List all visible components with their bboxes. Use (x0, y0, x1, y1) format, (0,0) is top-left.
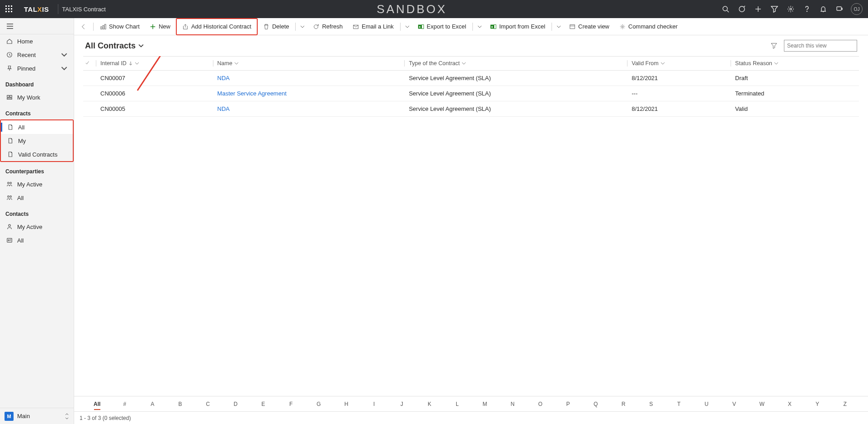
sidebar-item-my-active-contacts[interactable]: My Active (0, 220, 74, 233)
table-row[interactable]: CN00005NDAService Level Agreement (SLA)8… (83, 101, 859, 117)
filter-icon[interactable] (767, 0, 782, 18)
col-internal-id[interactable]: Internal ID (96, 57, 213, 71)
sidebar-item-pinned[interactable]: Pinned (0, 62, 74, 75)
alpha-key[interactable]: K (415, 401, 443, 407)
alpha-key[interactable]: H (333, 401, 360, 407)
svg-rect-6 (5, 11, 7, 12)
bell-icon[interactable] (816, 0, 831, 18)
col-label: Valid From (632, 60, 659, 67)
button-label: Show Chart (109, 23, 140, 30)
sidebar-item-all[interactable]: All (1, 120, 73, 134)
col-valid-from[interactable]: Valid From (627, 57, 731, 71)
sidebar-item-all-contacts[interactable]: All (0, 233, 74, 247)
logo-suffix: IS (42, 5, 49, 13)
alpha-key[interactable]: T (665, 401, 693, 407)
sidebar-item-recent[interactable]: Recent (0, 48, 74, 62)
button-label: Email a Link (362, 23, 394, 30)
alpha-key[interactable]: O (527, 401, 554, 407)
row-selector[interactable] (83, 101, 96, 117)
row-selector[interactable] (83, 86, 96, 101)
alpha-key[interactable]: M (471, 401, 499, 407)
cell-name-link[interactable]: NDA (213, 71, 405, 86)
sidebar-item-label: Valid Contracts (18, 151, 57, 158)
cell-name-link[interactable]: NDA (213, 101, 405, 117)
svg-rect-7 (8, 11, 9, 12)
alpha-key[interactable]: J (388, 401, 415, 407)
alpha-key[interactable]: # (111, 401, 138, 407)
delete-button[interactable]: Delete (259, 20, 294, 33)
sidebar-item-label: All (17, 195, 24, 201)
sidebar-item-my[interactable]: My (1, 134, 73, 148)
sidebar-item-my-active-cp[interactable]: My Active (0, 177, 74, 191)
cell-internal-id: CN00005 (96, 101, 213, 117)
alpha-key[interactable]: G (305, 401, 332, 407)
alpha-key[interactable]: I (360, 401, 388, 407)
alpha-key[interactable]: B (166, 401, 194, 407)
area-switcher[interactable]: M Main (0, 408, 74, 424)
alpha-key[interactable]: S (637, 401, 665, 407)
select-all-column[interactable] (83, 57, 96, 71)
table-row[interactable]: CN00006Master Service AgreementService L… (83, 86, 859, 101)
import-excel-dropdown[interactable] (554, 20, 564, 33)
export-excel-button[interactable]: Export to Excel (413, 20, 471, 33)
col-type[interactable]: Type of the Contract (404, 57, 627, 71)
sidebar-item-home[interactable]: Home (0, 34, 74, 48)
back-button[interactable] (76, 20, 91, 33)
alpha-key[interactable]: W (748, 401, 776, 407)
alpha-key[interactable]: P (554, 401, 582, 407)
alpha-key[interactable]: All (83, 401, 111, 407)
alpha-key[interactable]: R (609, 401, 637, 407)
alpha-key[interactable]: V (720, 401, 748, 407)
sidebar-item-label: All (17, 237, 24, 244)
view-selector[interactable]: All Contracts (85, 41, 144, 51)
svg-rect-35 (101, 27, 102, 29)
col-status[interactable]: Status Reason (731, 57, 859, 71)
sidebar-item-label: Pinned (17, 65, 35, 72)
svg-point-29 (10, 196, 12, 198)
filter-icon[interactable] (768, 39, 780, 52)
sidebar-item-valid-contracts[interactable]: Valid Contracts (1, 148, 73, 161)
alpha-key[interactable]: Y (803, 401, 831, 407)
sidebar-item-my-work[interactable]: My Work (0, 91, 74, 104)
add-historical-contract-button[interactable]: Add Historical Contract (178, 20, 256, 33)
create-view-button[interactable]: Create view (565, 20, 614, 33)
alpha-key[interactable]: N (499, 401, 526, 407)
show-chart-button[interactable]: Show Chart (95, 20, 144, 33)
alpha-key[interactable]: A (139, 401, 166, 407)
search-view-box[interactable] (784, 40, 857, 52)
app-launcher-icon[interactable] (0, 0, 18, 18)
search-icon[interactable] (718, 0, 733, 18)
sidebar-toggle[interactable] (0, 18, 74, 34)
alpha-key[interactable]: D (222, 401, 249, 407)
col-name[interactable]: Name (213, 57, 405, 71)
alpha-key[interactable]: X (776, 401, 803, 407)
avatar[interactable]: OJ (851, 3, 863, 15)
export-excel-dropdown[interactable] (475, 20, 485, 33)
refresh-button[interactable]: Refresh (308, 20, 347, 33)
email-link-dropdown[interactable] (402, 20, 412, 33)
new-button[interactable]: New (145, 20, 175, 33)
add-icon[interactable] (750, 0, 766, 18)
alpha-key[interactable]: Q (582, 401, 609, 407)
cell-name-link[interactable]: Master Service Agreement (213, 86, 405, 101)
delete-dropdown[interactable] (297, 20, 307, 33)
import-excel-button[interactable]: Import from Excel (486, 20, 550, 33)
help-icon[interactable] (799, 0, 815, 18)
search-input[interactable] (787, 43, 855, 49)
table-row[interactable]: CN00007NDAService Level Agreement (SLA)8… (83, 71, 859, 86)
alpha-key[interactable]: C (194, 401, 222, 407)
alpha-key[interactable]: E (250, 401, 277, 407)
row-selector[interactable] (83, 71, 96, 86)
alpha-key[interactable]: L (443, 401, 471, 407)
cell-status: Draft (731, 71, 859, 86)
alpha-key[interactable]: U (693, 401, 720, 407)
command-checker-button[interactable]: Command checker (615, 20, 682, 33)
email-link-button[interactable]: Email a Link (348, 20, 398, 33)
highlight-contracts-nav: All My Valid Contracts (0, 119, 74, 162)
alpha-key[interactable]: Z (831, 401, 859, 407)
target-icon[interactable] (734, 0, 750, 18)
alpha-key[interactable]: F (277, 401, 305, 407)
assistant-icon[interactable] (832, 0, 847, 18)
sidebar-item-all-cp[interactable]: All (0, 191, 74, 205)
gear-icon[interactable] (783, 0, 798, 18)
